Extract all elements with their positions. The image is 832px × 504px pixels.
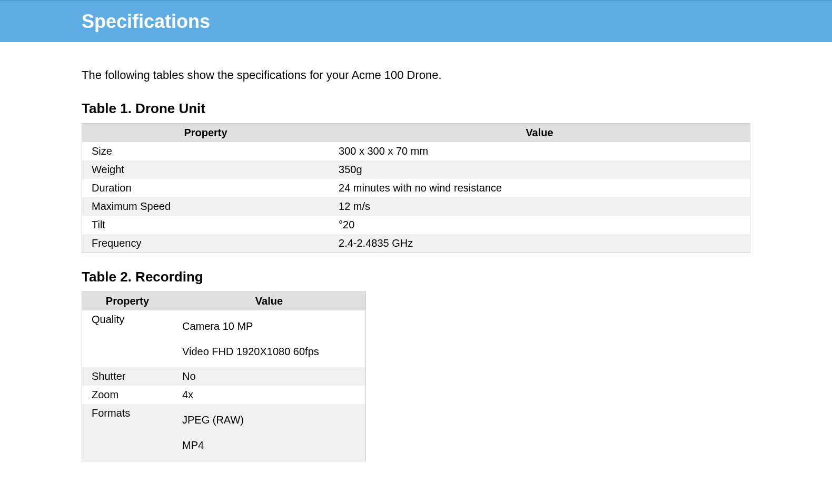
table-cell-property: Weight	[82, 160, 330, 179]
intro-text: The following tables show the specificat…	[82, 68, 750, 82]
table-cell-property: Tilt	[82, 216, 330, 234]
table-cell-value: 300 x 300 x 70 mm	[329, 142, 750, 160]
table-cell-value: JPEG (RAW)MP4	[173, 404, 366, 461]
table-cell-property: Maximum Speed	[82, 197, 330, 216]
page-title: Specifications	[82, 11, 832, 33]
table-1-header-property: Property	[82, 124, 330, 143]
table-row: Size300 x 300 x 70 mm	[82, 142, 750, 160]
table-cell-property: Formats	[82, 404, 173, 461]
table-drone-unit: Property Value Size300 x 300 x 70 mmWeig…	[82, 123, 750, 253]
table-row: ShutterNo	[82, 367, 366, 386]
table-cell-value: 350g	[329, 160, 750, 179]
table-2-header-property: Property	[82, 292, 173, 311]
table-1-caption: Table 1. Drone Unit	[82, 100, 750, 117]
table-row: Duration24 minutes with no wind resistan…	[82, 179, 750, 197]
table-row: Zoom4x	[82, 386, 366, 404]
table-row: Maximum Speed12 m/s	[82, 197, 750, 216]
table-2-caption: Table 2. Recording	[82, 269, 750, 285]
table-cell-value: Camera 10 MPVideo FHD 1920X1080 60fps	[173, 310, 366, 367]
table-row: Tilt°20	[82, 216, 750, 234]
table-cell-value: 12 m/s	[329, 197, 750, 216]
table-cell-value: °20	[329, 216, 750, 234]
table-row: Frequency2.4-2.4835 GHz	[82, 234, 750, 253]
table-cell-property: Size	[82, 142, 330, 160]
table-cell-property: Zoom	[82, 386, 173, 404]
table-cell-property: Frequency	[82, 234, 330, 253]
table-cell-property: Duration	[82, 179, 330, 197]
table-2-body: QualityCamera 10 MPVideo FHD 1920X1080 6…	[82, 310, 366, 461]
table-1-header-value: Value	[329, 124, 750, 143]
table-row: FormatsJPEG (RAW)MP4	[82, 404, 366, 461]
header-bar: Specifications	[0, 0, 832, 42]
table-cell-value: 2.4-2.4835 GHz	[329, 234, 750, 253]
table-cell-property: Quality	[82, 310, 173, 367]
table-1-body: Size300 x 300 x 70 mmWeight350gDuration2…	[82, 142, 750, 253]
content-area: The following tables show the specificat…	[82, 42, 750, 461]
table-cell-value: No	[173, 367, 366, 386]
table-cell-value: 24 minutes with no wind resistance	[329, 179, 750, 197]
table-cell-value: 4x	[173, 386, 366, 404]
table-2-header-value: Value	[173, 292, 366, 311]
table-row: QualityCamera 10 MPVideo FHD 1920X1080 6…	[82, 310, 366, 367]
table-cell-property: Shutter	[82, 367, 173, 386]
table-recording: Property Value QualityCamera 10 MPVideo …	[82, 291, 366, 461]
table-row: Weight350g	[82, 160, 750, 179]
